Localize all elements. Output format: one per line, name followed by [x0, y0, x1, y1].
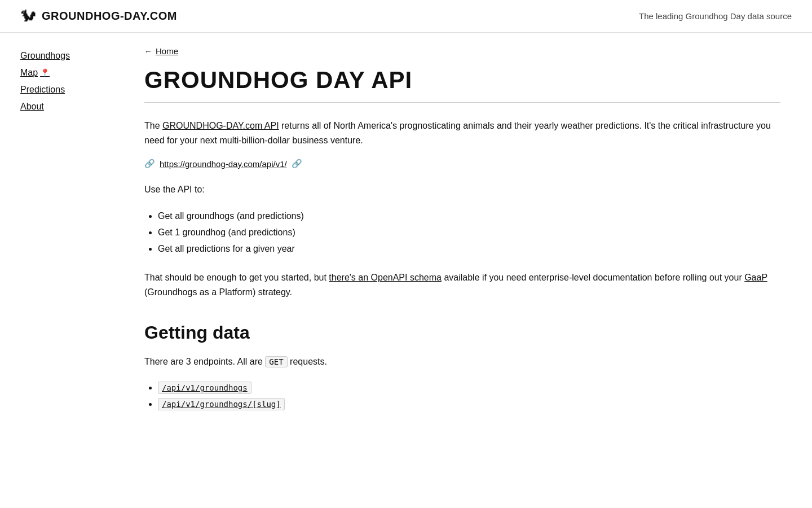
list-item: Get 1 groundhog (and predictions) — [158, 225, 780, 241]
list-item: /api/v1/groundhogs/[slug] — [158, 396, 780, 413]
site-tagline: The leading Groundhog Day data source — [639, 11, 792, 21]
link-icon-left: 🔗 — [144, 159, 155, 169]
get-badge: GET — [265, 356, 287, 367]
nav-groundhogs-label: Groundhogs — [20, 51, 70, 61]
list-item: Get all groundhogs (and predictions) — [158, 208, 780, 225]
logo-text: GROUNDHOG-DAY.COM — [42, 10, 177, 23]
endpoints-intro: There are 3 endpoints. All are GET reque… — [144, 354, 780, 369]
endpoints-intro-part2: requests. — [288, 357, 327, 366]
intro-part1: The — [144, 121, 162, 130]
openapi-part2: available if you need enterprise-level d… — [442, 273, 744, 282]
use-api-list: Get all groundhogs (and predictions) Get… — [158, 208, 780, 257]
list-item: /api/v1/groundhogs — [158, 380, 780, 396]
nav-map[interactable]: Map 📍 — [20, 65, 104, 80]
nav-map-label: Map — [20, 68, 38, 78]
endpoint-groundhogs-link[interactable]: /api/v1/groundhogs — [158, 382, 251, 394]
gaap-link[interactable]: GaaP — [744, 273, 767, 282]
use-api-intro: Use the API to: — [144, 182, 780, 197]
api-link[interactable]: GROUNDHOG-DAY.com API — [162, 121, 279, 130]
nav-groundhogs[interactable]: Groundhogs — [20, 49, 104, 63]
site-logo[interactable]: 🐿 GROUNDHOG-DAY.COM — [20, 7, 177, 25]
endpoints-intro-part1: There are 3 endpoints. All are — [144, 357, 265, 366]
nav-predictions[interactable]: Predictions — [20, 82, 104, 97]
openapi-paragraph: That should be enough to get you started… — [144, 270, 780, 299]
endpoint-groundhog-slug-link[interactable]: /api/v1/groundhogs/[slug] — [158, 398, 285, 410]
openapi-part3: (Groundhogs as a Platform) strategy. — [144, 287, 292, 297]
breadcrumb-home-link[interactable]: Home — [156, 46, 178, 56]
list-item: Get all predictions for a given year — [158, 241, 780, 257]
intro-paragraph: The GROUNDHOG-DAY.com API returns all of… — [144, 119, 780, 147]
site-header: 🐿 GROUNDHOG-DAY.COM The leading Groundho… — [0, 0, 812, 33]
api-url-link[interactable]: https://groundhog-day.com/api/v1/ — [160, 159, 287, 169]
link-icon-right: 🔗 — [292, 159, 302, 169]
page-title: GROUNDHOG DAY API — [144, 67, 780, 93]
getting-data-heading: Getting data — [144, 322, 780, 343]
main-content: ← Home GROUNDHOG DAY API The GROUNDHOG-D… — [124, 46, 801, 460]
api-url-box: 🔗 https://groundhog-day.com/api/v1/ 🔗 — [144, 159, 780, 169]
endpoint-list: /api/v1/groundhogs /api/v1/groundhogs/[s… — [158, 380, 780, 413]
openapi-link[interactable]: there's an OpenAPI schema — [329, 273, 442, 282]
openapi-part1: That should be enough to get you started… — [144, 273, 329, 282]
logo-icon: 🐿 — [20, 7, 36, 25]
nav-predictions-label: Predictions — [20, 85, 65, 95]
nav-about[interactable]: About — [20, 99, 104, 114]
title-divider — [144, 102, 780, 103]
site-nav: Groundhogs Map 📍 Predictions About — [0, 40, 124, 114]
nav-about-label: About — [20, 102, 44, 112]
breadcrumb: ← Home — [144, 46, 780, 56]
map-pin-icon: 📍 — [40, 68, 50, 77]
breadcrumb-arrow: ← — [144, 47, 152, 56]
